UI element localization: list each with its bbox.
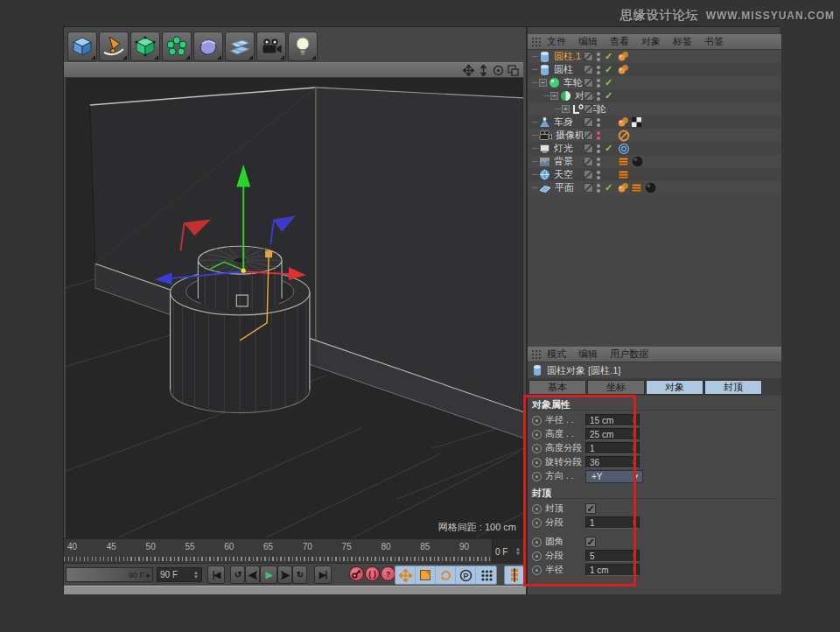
- texture-tag-icon[interactable]: [618, 169, 629, 180]
- object-row[interactable]: −对称✓: [528, 89, 781, 102]
- next-key-button[interactable]: ↻: [292, 565, 307, 584]
- visibility-dots[interactable]: [597, 183, 600, 193]
- object-row[interactable]: 天空: [528, 168, 781, 181]
- visibility-dots[interactable]: [597, 157, 600, 167]
- object-row[interactable]: 车身: [528, 116, 781, 129]
- object-row[interactable]: 平面✓: [528, 181, 781, 194]
- animation-dot-icon[interactable]: [532, 565, 542, 575]
- target-tag-icon[interactable]: [618, 143, 630, 155]
- visibility-dots[interactable]: [597, 144, 600, 154]
- property-checkbox[interactable]: ✓: [585, 503, 596, 514]
- property-checkbox[interactable]: ✓: [585, 537, 596, 547]
- object-row[interactable]: +车轮: [528, 102, 781, 116]
- play-button[interactable]: ▶: [260, 565, 277, 584]
- phong-tag-icon[interactable]: [618, 51, 629, 62]
- material-tag-icon[interactable]: [631, 155, 644, 168]
- array-generator-button[interactable]: [162, 32, 192, 61]
- keyframe-selection-button[interactable]: [504, 565, 524, 585]
- stepper-icon[interactable]: ▲▼: [632, 565, 637, 574]
- go-to-start-button[interactable]: |◀: [207, 565, 225, 584]
- animation-dot-icon[interactable]: [532, 430, 542, 439]
- previous-key-button[interactable]: ↺: [230, 565, 245, 584]
- checker-tag-icon[interactable]: [631, 116, 642, 128]
- visibility-dots[interactable]: [597, 78, 600, 88]
- animation-dot-icon[interactable]: [532, 537, 542, 547]
- texture-tag-icon[interactable]: [631, 182, 642, 193]
- object-manager-menu-item-0[interactable]: 文件: [547, 35, 566, 48]
- layer-color-box[interactable]: [584, 130, 593, 140]
- enable-check[interactable]: ✓: [605, 143, 615, 154]
- phong-tag-icon[interactable]: [618, 64, 629, 75]
- property-value-field[interactable]: 1 cm▲▼: [585, 564, 640, 576]
- stepper-icon[interactable]: ▲▼: [193, 571, 199, 579]
- deformer-button[interactable]: [193, 32, 223, 61]
- object-name[interactable]: 背景: [554, 155, 573, 168]
- stepper-icon[interactable]: ▲▼: [632, 430, 637, 439]
- animation-dot-icon[interactable]: [532, 458, 542, 467]
- object-manager-menu-item-2[interactable]: 查看: [610, 35, 629, 48]
- layer-color-box[interactable]: [584, 183, 593, 193]
- record-rotation-toggle[interactable]: [436, 566, 456, 584]
- record-position-toggle[interactable]: [396, 566, 416, 584]
- tree-expander[interactable]: +: [562, 105, 570, 113]
- layer-color-box[interactable]: [584, 78, 593, 88]
- enable-check[interactable]: ✓: [605, 182, 615, 193]
- object-name[interactable]: 车轮: [564, 76, 583, 89]
- object-row[interactable]: 背景: [528, 155, 781, 168]
- attribute-manager-menu-item-2[interactable]: 用户数据: [610, 348, 648, 361]
- enable-check[interactable]: ✓: [605, 77, 615, 88]
- object-name[interactable]: 平面: [555, 181, 574, 194]
- visibility-dots[interactable]: [597, 52, 600, 62]
- attribute-manager-menu-item-1[interactable]: 编辑: [578, 348, 598, 361]
- enable-check[interactable]: ✓: [605, 51, 615, 62]
- previous-frame-button[interactable]: ◀(: [245, 565, 260, 584]
- tree-expander[interactable]: −: [550, 92, 558, 100]
- environment-floor-button[interactable]: [225, 32, 255, 61]
- visibility-dots[interactable]: [597, 104, 600, 115]
- object-row[interactable]: 灯光✓: [528, 142, 781, 155]
- layer-color-box[interactable]: [584, 170, 593, 179]
- object-manager-menu-item-1[interactable]: 编辑: [578, 35, 598, 48]
- animation-dot-icon[interactable]: [532, 551, 542, 561]
- object-name[interactable]: 摄像机: [556, 129, 584, 142]
- property-value-field[interactable]: 25 cm▲▼: [585, 428, 640, 440]
- enable-check[interactable]: ✓: [605, 64, 615, 75]
- zoom-view-control[interactable]: [477, 64, 490, 76]
- record-parameter-toggle[interactable]: P: [456, 566, 476, 584]
- record-keyframe-button[interactable]: [349, 566, 364, 581]
- object-name[interactable]: 圆柱: [554, 63, 573, 76]
- tab-3[interactable]: 封顶: [704, 380, 762, 395]
- tab-1[interactable]: 坐标: [587, 380, 645, 395]
- tab-2[interactable]: 对象: [646, 380, 704, 395]
- object-row[interactable]: 圆柱.1✓: [528, 50, 781, 63]
- stepper-icon[interactable]: ▲▼: [632, 458, 637, 467]
- object-name[interactable]: 车身: [554, 116, 573, 129]
- next-frame-button[interactable]: )▶: [277, 565, 292, 584]
- animation-dot-icon[interactable]: [532, 444, 542, 453]
- texture-tag-icon[interactable]: [618, 156, 629, 167]
- layer-color-box[interactable]: [584, 117, 593, 127]
- viewport[interactable]: 网格间距 : 100 cm: [66, 78, 523, 538]
- object-manager-menu-item-4[interactable]: 标签: [673, 35, 692, 48]
- phong-tag-icon[interactable]: [618, 182, 629, 193]
- object-manager-menu-item-5[interactable]: 书签: [704, 35, 724, 48]
- object-manager-menu-item-3[interactable]: 对象: [641, 35, 661, 48]
- object-row[interactable]: 摄像机: [528, 129, 781, 142]
- end-frame-field[interactable]: 90 F ▲▼: [157, 567, 202, 582]
- autokey-objects-button[interactable]: ( ): [365, 566, 380, 581]
- visibility-dots[interactable]: [597, 117, 600, 128]
- current-frame-field[interactable]: 0 F ▲▼: [492, 539, 523, 564]
- toggle-view-layout-control[interactable]: [507, 64, 520, 76]
- preview-range-slider[interactable]: 90 F ▸: [66, 567, 153, 582]
- property-value-field[interactable]: 1▲▼: [585, 442, 640, 454]
- attribute-manager-menu-item-0[interactable]: 模式: [547, 348, 566, 361]
- animation-dot-icon[interactable]: [532, 504, 542, 514]
- record-pla-toggle[interactable]: [476, 566, 496, 584]
- property-value-field[interactable]: 36▲▼: [585, 456, 640, 468]
- timeline-ruler[interactable]: 0 F ▲▼ 4045505560657075808590: [64, 538, 523, 563]
- add-cube-primitive-button[interactable]: [67, 32, 97, 61]
- visibility-dots[interactable]: [597, 130, 600, 141]
- property-value-field[interactable]: 5▲▼: [585, 550, 640, 562]
- rotate-view-control[interactable]: [492, 64, 505, 76]
- enable-check[interactable]: ✓: [605, 90, 615, 102]
